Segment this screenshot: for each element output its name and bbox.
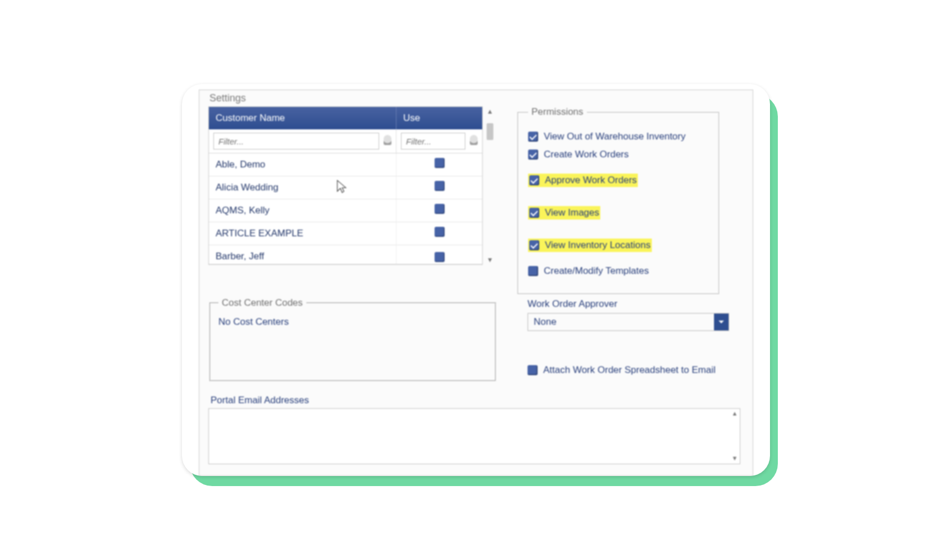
table-body: Able, Demo Alicia Wedding AQMS, Kelly xyxy=(209,153,482,264)
permission-label: Approve Work Orders xyxy=(545,175,637,186)
cost-center-legend: Cost Center Codes xyxy=(218,297,306,309)
scroll-thumb[interactable] xyxy=(487,123,493,140)
attach-spreadsheet-label: Attach Work Order Spreadsheet to Email xyxy=(543,365,716,376)
settings-panel: Settings Customer Name Use xyxy=(199,90,753,476)
use-checkbox[interactable] xyxy=(435,227,445,237)
use-checkbox[interactable] xyxy=(435,181,445,191)
checkbox-icon[interactable] xyxy=(528,365,538,375)
checkbox-icon[interactable] xyxy=(528,266,538,276)
portal-email-textarea[interactable]: ▲ ▼ xyxy=(208,408,740,464)
use-checkbox[interactable] xyxy=(435,204,445,214)
table-row[interactable]: AQMS, Kelly xyxy=(209,199,482,222)
permission-view-images[interactable]: View Images xyxy=(528,206,600,220)
portal-email-label: Portal Email Addresses xyxy=(211,395,740,406)
permission-approve-work-orders[interactable]: Approve Work Orders xyxy=(528,174,638,187)
cost-center-empty: No Cost Centers xyxy=(218,316,487,328)
approver-label: Work Order Approver xyxy=(528,298,729,310)
table-scrollbar[interactable]: ▲ ▼ xyxy=(485,106,495,265)
checkbox-icon[interactable] xyxy=(529,240,539,250)
scroll-up-icon[interactable]: ▲ xyxy=(485,106,495,116)
permission-create-work-orders[interactable]: Create Work Orders xyxy=(528,149,708,160)
scroll-down-icon[interactable]: ▼ xyxy=(731,455,739,463)
table-row[interactable]: Barber, Jeff xyxy=(209,245,482,264)
column-customer-name[interactable]: Customer Name xyxy=(209,107,396,129)
checkbox-icon[interactable] xyxy=(529,175,539,185)
customer-name-cell: Barber, Jeff xyxy=(209,245,396,264)
cursor-icon xyxy=(336,179,348,196)
permission-create-modify-templates[interactable]: Create/Modify Templates xyxy=(528,265,708,277)
customer-name-cell: AQMS, Kelly xyxy=(209,199,396,222)
permission-label: View Images xyxy=(545,207,599,218)
use-filter[interactable] xyxy=(401,133,465,150)
customer-name-cell: ARTICLE EXAMPLE xyxy=(209,222,396,245)
permission-label: View Out of Warehouse Inventory xyxy=(544,131,685,142)
table-row[interactable]: Able, Demo xyxy=(209,153,482,176)
permission-view-inventory-locations[interactable]: View Inventory Locations xyxy=(528,239,652,252)
textarea-scrollbar[interactable]: ▲ ▼ xyxy=(731,410,739,463)
use-checkbox[interactable] xyxy=(435,252,445,262)
chevron-down-icon xyxy=(718,319,725,325)
filter-hint-icon[interactable] xyxy=(384,135,391,145)
permission-label: View Inventory Locations xyxy=(545,240,651,251)
approver-dropdown[interactable]: None xyxy=(528,313,729,331)
customer-name-filter[interactable] xyxy=(213,133,379,150)
column-use[interactable]: Use xyxy=(396,107,482,129)
scroll-up-icon[interactable]: ▲ xyxy=(731,410,739,418)
table-row[interactable]: ARTICLE EXAMPLE xyxy=(209,222,482,245)
permission-label: Create/Modify Templates xyxy=(544,265,649,277)
customer-name-cell: Alicia Wedding xyxy=(209,176,396,199)
permission-label: Create Work Orders xyxy=(544,149,629,160)
table-header: Customer Name Use xyxy=(209,107,482,129)
checkbox-icon[interactable] xyxy=(528,132,538,142)
use-checkbox[interactable] xyxy=(435,158,445,168)
filter-hint-icon[interactable] xyxy=(470,135,478,145)
scroll-down-icon[interactable]: ▼ xyxy=(485,255,495,265)
customer-name-cell: Able, Demo xyxy=(209,153,396,176)
checkbox-icon[interactable] xyxy=(529,208,539,218)
checkbox-icon[interactable] xyxy=(528,150,538,160)
cost-center-group: Cost Center Codes No Cost Centers xyxy=(209,297,496,381)
approver-value: None xyxy=(528,314,714,330)
attach-spreadsheet-option[interactable]: Attach Work Order Spreadsheet to Email xyxy=(528,365,729,376)
dropdown-button[interactable] xyxy=(714,314,729,330)
permissions-group: Permissions View Out of Warehouse Invent… xyxy=(517,106,719,294)
permissions-legend: Permissions xyxy=(528,106,587,118)
page-title: Settings xyxy=(209,92,740,104)
permission-view-warehouse[interactable]: View Out of Warehouse Inventory xyxy=(528,131,708,142)
